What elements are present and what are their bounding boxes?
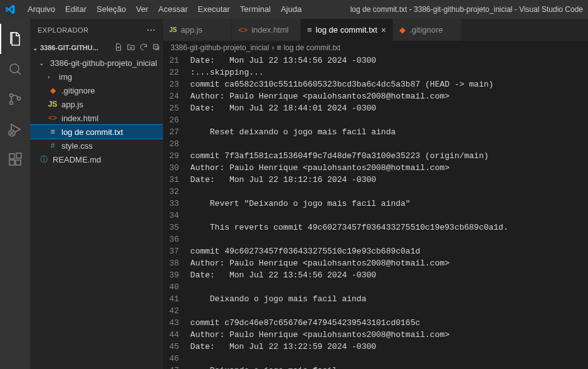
breadcrumbs[interactable]: 3386-git-github-projeto_inicial › ≡ log … <box>163 41 588 55</box>
root-folder-label: 3386-GIT-GITHU... <box>40 44 98 51</box>
code-line[interactable]: Reset deixando o jogo mais facil ainda <box>191 126 588 138</box>
tab-label: index.html <box>251 25 288 35</box>
tree-item[interactable]: ⌄3386-git-github-projeto_inicial <box>30 56 163 70</box>
code-line[interactable]: commit ca6582c310c5511b6605323bcd3ba6c4d… <box>191 78 588 90</box>
code-line[interactable]: Author: Paulo Henrique <paulohsantos2008… <box>191 90 588 102</box>
code-line[interactable]: Author: Paulo Henrique <paulohsantos2008… <box>191 162 588 174</box>
code-line[interactable] <box>191 138 588 150</box>
code-line[interactable] <box>191 281 588 293</box>
menu-terminal[interactable]: Terminal <box>235 0 276 19</box>
svg-rect-7 <box>9 154 14 159</box>
chevron-right-icon: › <box>48 73 55 80</box>
tree-item-label: style.css <box>61 141 93 151</box>
tab-bar: JSapp.js<>index.html≡log de commit.txt×◆… <box>163 19 588 41</box>
tree-item-label: .gitignore <box>61 86 95 95</box>
editor-tab[interactable]: ◆.gitignore <box>393 19 462 41</box>
tree-item[interactable]: ⓘREADME.md <box>30 152 163 166</box>
chevron-down-icon: ⌄ <box>33 45 38 51</box>
code-line[interactable]: :...skipping... <box>191 67 588 78</box>
line-number: 29 <box>169 150 179 162</box>
line-number: 26 <box>169 114 179 126</box>
menu-arquivo[interactable]: Arquivo <box>23 0 60 19</box>
code-lines[interactable]: Date: Mon Jul 22 13:54:56 2024 -0300:...… <box>191 55 588 369</box>
editor-tab[interactable]: <>index.html <box>232 19 301 41</box>
source-control-icon[interactable] <box>0 84 30 114</box>
gitignore-file-icon: ◆ <box>48 86 58 95</box>
line-number: 41 <box>169 293 179 305</box>
breadcrumb-segment[interactable]: 3386-git-github-projeto_inicial <box>171 43 269 52</box>
line-number: 27 <box>169 126 179 138</box>
breadcrumb-segment[interactable]: log de commit.txt <box>283 43 340 52</box>
code-line[interactable]: commit 49c60273457f036433275510c19e93cb6… <box>191 245 588 257</box>
menu-executar[interactable]: Executar <box>193 0 235 19</box>
line-number: 22 <box>169 67 179 78</box>
code-line[interactable]: Author: Paulo Henrique <paulohsantos2008… <box>191 257 588 269</box>
code-line[interactable]: commit 7f3af1581ca153604f9c7d48de7f0a310… <box>191 150 588 162</box>
line-number: 28 <box>169 138 179 150</box>
search-icon[interactable] <box>0 54 30 84</box>
line-number: 36 <box>169 233 179 245</box>
tree-item[interactable]: <>index.html <box>30 111 163 125</box>
svg-point-4 <box>18 97 21 100</box>
line-number: 21 <box>169 55 179 67</box>
refresh-icon[interactable] <box>139 43 148 53</box>
line-number: 31 <box>169 174 179 186</box>
code-line[interactable]: Date: Mon Jul 22 13:54:56 2024 -0300 <box>191 269 588 281</box>
code-line[interactable]: Revert "Deixando o jogo mais facil ainda… <box>191 198 588 210</box>
css-file-icon: # <box>48 141 58 150</box>
tree-item[interactable]: ›img <box>30 70 163 83</box>
menu-acessar[interactable]: Acessar <box>154 0 193 19</box>
extensions-icon[interactable] <box>0 144 30 174</box>
sidebar-more-icon[interactable]: ⋯ <box>147 25 156 35</box>
js-file-icon: JS <box>169 26 177 33</box>
folder-header[interactable]: ⌄ 3386-GIT-GITHU... <box>30 41 163 55</box>
text-file-icon: ≡ <box>276 43 281 52</box>
code-line[interactable]: Date: Mon Jul 22 13:22:59 2024 -0300 <box>191 341 588 353</box>
run-debug-icon[interactable] <box>0 114 30 144</box>
collapse-all-icon[interactable] <box>152 43 160 53</box>
code-line[interactable]: Deixando o jogo mais facil <box>191 365 588 369</box>
line-number: 30 <box>169 162 179 174</box>
new-file-icon[interactable] <box>114 43 123 53</box>
code-line[interactable] <box>191 305 588 317</box>
tree-item-label: README.md <box>53 155 101 164</box>
tree-item[interactable]: ≡log de commit.txt <box>30 125 163 139</box>
menu-ver[interactable]: Ver <box>131 0 154 19</box>
close-icon[interactable]: × <box>381 25 386 35</box>
js-file-icon: JS <box>48 100 58 109</box>
editor-group: JSapp.js<>index.html≡log de commit.txt×◆… <box>163 19 588 369</box>
code-line[interactable] <box>191 353 588 365</box>
code-line[interactable] <box>191 210 588 222</box>
line-number-gutter: 2122232425262728293031323334353637383940… <box>163 55 191 369</box>
menu-selecao[interactable]: Seleção <box>92 0 131 19</box>
tree-item[interactable]: ◆.gitignore <box>30 83 163 97</box>
vscode-logo-icon <box>5 4 15 14</box>
explorer-icon[interactable] <box>0 24 30 54</box>
file-tree: ⌄3386-git-github-projeto_inicial›img◆.gi… <box>30 55 163 168</box>
code-line[interactable]: Date: Mon Jul 22 13:54:56 2024 -0300 <box>191 55 588 67</box>
info-file-icon: ⓘ <box>39 154 49 165</box>
menu-ajuda[interactable]: Ajuda <box>276 0 307 19</box>
code-line[interactable]: Author: Paulo Henrique <paulohsantos2008… <box>191 329 588 341</box>
menu-editar[interactable]: Editar <box>60 0 92 19</box>
tree-item[interactable]: JSapp.js <box>30 97 163 111</box>
line-number: 47 <box>169 365 179 369</box>
code-line[interactable] <box>191 233 588 245</box>
line-number: 39 <box>169 269 179 281</box>
code-line[interactable]: This reverts commit 49c60273457f03643327… <box>191 222 588 233</box>
code-line[interactable]: commit c79dc46e87c65676e7479454239543101… <box>191 317 588 329</box>
editor-tab[interactable]: ≡log de commit.txt× <box>301 19 393 41</box>
tree-item[interactable]: #style.css <box>30 139 163 152</box>
code-line[interactable]: Date: Mon Jul 22 18:44:01 2024 -0300 <box>191 102 588 114</box>
new-folder-icon[interactable] <box>127 43 135 53</box>
code-line[interactable]: Deixando o jogo mais facil ainda <box>191 293 588 305</box>
line-number: 40 <box>169 281 179 293</box>
code-line[interactable] <box>191 186 588 198</box>
tree-item-label: img <box>59 72 72 82</box>
tree-item-label: log de commit.txt <box>61 127 123 137</box>
code-area[interactable]: 2122232425262728293031323334353637383940… <box>163 55 588 369</box>
code-line[interactable]: Date: Mon Jul 22 18:12:16 2024 -0300 <box>191 174 588 186</box>
line-number: 37 <box>169 245 179 257</box>
code-line[interactable] <box>191 114 588 126</box>
editor-tab[interactable]: JSapp.js <box>163 19 232 41</box>
